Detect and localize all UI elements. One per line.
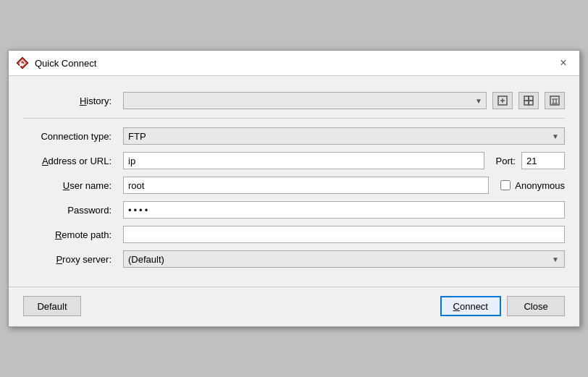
dialog-body: History: (9, 76, 579, 278)
anonymous-checkbox[interactable] (500, 180, 511, 190)
bookmark-icon (497, 96, 508, 106)
title-bar: ▶ Quick Connect × (9, 51, 579, 76)
window-close-button[interactable]: × (555, 54, 572, 72)
edit-icon (524, 96, 534, 106)
history-row: History: (23, 86, 565, 119)
form-grid: Connection type: FTP FTPS SFTP HTTP HTTP… (23, 127, 565, 268)
svg-text:▶: ▶ (20, 61, 25, 67)
username-row: User name: root Anonymous (23, 177, 565, 194)
address-row: Address or URL: ip Port: 21 (23, 152, 565, 169)
password-label: Password: (23, 205, 117, 216)
toolbar-button-1[interactable] (492, 92, 513, 109)
connection-type-select[interactable]: FTP FTPS SFTP HTTP HTTPS (123, 127, 565, 145)
password-row: Password: (23, 201, 565, 219)
address-input[interactable]: ip (123, 152, 484, 169)
default-button[interactable]: Default (23, 296, 81, 316)
connect-button[interactable]: Connect (440, 296, 501, 316)
connection-type-label: Connection type: (23, 131, 117, 142)
proxy-select[interactable]: (Default) None System proxy settings (123, 250, 565, 268)
address-label: Address or URL: (23, 156, 117, 166)
history-label: History: (23, 96, 117, 106)
history-select[interactable] (123, 92, 487, 109)
quick-connect-dialog: ▶ Quick Connect × History: (8, 50, 580, 327)
password-input[interactable] (123, 201, 565, 219)
close-button[interactable]: Close (507, 296, 565, 316)
port-input[interactable]: 21 (521, 152, 565, 169)
proxy-server-label: Proxy server: (23, 254, 117, 265)
svg-rect-7 (524, 96, 529, 101)
remote-path-label: Remote path: (23, 229, 117, 240)
title-bar-left: ▶ Quick Connect (16, 56, 96, 69)
anonymous-label: Anonymous (515, 180, 565, 191)
toolbar-button-2[interactable] (518, 92, 539, 109)
connection-type-select-wrapper: FTP FTPS SFTP HTTP HTTPS (123, 127, 565, 145)
delete-icon (550, 96, 560, 106)
svg-rect-9 (524, 101, 529, 105)
history-select-wrapper (123, 92, 487, 109)
app-icon: ▶ (16, 56, 29, 69)
anonymous-row: Anonymous (500, 180, 565, 191)
toolbar-button-3[interactable] (545, 92, 565, 109)
connection-type-row: Connection type: FTP FTPS SFTP HTTP HTTP… (23, 127, 565, 145)
svg-rect-10 (529, 101, 533, 105)
username-label: User name: (23, 180, 117, 191)
svg-rect-8 (529, 96, 533, 101)
dialog-footer: Default Connect Close (9, 287, 579, 326)
remote-path-input[interactable] (123, 226, 565, 243)
proxy-select-wrapper: (Default) None System proxy settings (123, 250, 565, 268)
proxy-server-row: Proxy server: (Default) None System prox… (23, 250, 565, 268)
dialog-title: Quick Connect (35, 58, 96, 69)
port-label: Port: (490, 156, 516, 166)
remote-path-row: Remote path: (23, 226, 565, 243)
username-input[interactable]: root (123, 177, 489, 194)
footer-right-buttons: Connect Close (440, 296, 565, 316)
